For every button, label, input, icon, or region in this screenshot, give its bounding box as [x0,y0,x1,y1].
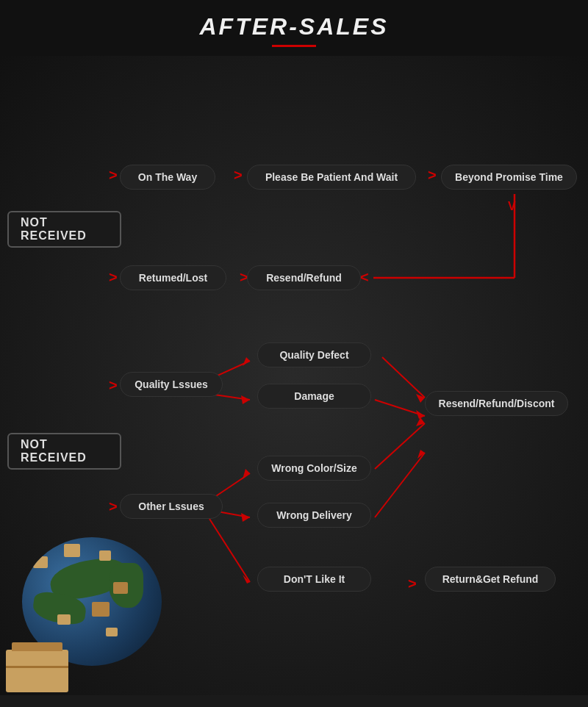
svg-marker-28 [417,450,425,459]
svg-marker-15 [416,394,425,403]
svg-marker-26 [416,417,425,426]
svg-text:>: > [234,167,243,183]
quality-defect-pill: Quality Defect [257,342,371,367]
resend-refund-pill: Resend/Refund [247,265,361,290]
on-the-way-pill: On The Way [120,165,215,190]
dont-like-it-pill: Don'T Like It [257,567,371,592]
not-received-badge-1: NOT RECEIVED [7,211,121,248]
svg-text:<: < [360,269,369,285]
svg-marker-22 [241,513,250,522]
resend-refund-discont-pill: Resend/Refund/Discont [425,391,568,416]
svg-text:>: > [109,269,118,285]
svg-line-27 [375,453,425,517]
other-issues-pill: Other Lssues [120,494,223,519]
not-received-badge-2: NOT RECEIVED [7,433,121,470]
svg-marker-11 [243,357,250,366]
globe-area [0,526,191,695]
wrong-delivery-pill: Wrong Delivery [257,503,371,528]
svg-marker-13 [241,395,250,404]
quality-issues-pill: Quality Lssues [120,372,223,397]
svg-line-16 [375,400,425,416]
svg-text:V: V [508,200,516,212]
wrong-color-size-pill: Wrong Color/Size [257,456,371,481]
svg-line-14 [382,357,425,398]
svg-line-25 [375,423,425,469]
damage-pill: Damage [257,384,371,409]
svg-text:>: > [109,498,118,514]
please-wait-pill: Please Be Patient And Wait [247,165,416,190]
svg-marker-17 [416,410,425,419]
svg-marker-24 [243,575,250,584]
beyond-promise-pill: Beyond Promise Time [441,165,577,190]
return-get-refund-pill: Return&Get Refund [425,567,556,592]
svg-text:>: > [109,377,118,393]
svg-line-23 [209,519,250,582]
header-underline [272,45,316,47]
page-header: AFTER-SALES [0,0,588,56]
svg-text:>: > [109,167,118,183]
main-content: > > > V < > > > > [0,56,588,695]
svg-text:>: > [408,575,417,592]
page-title: AFTER-SALES [0,13,588,40]
returned-lost-pill: Retumed/Lost [120,265,226,290]
svg-text:>: > [428,167,437,183]
svg-marker-20 [243,469,250,479]
